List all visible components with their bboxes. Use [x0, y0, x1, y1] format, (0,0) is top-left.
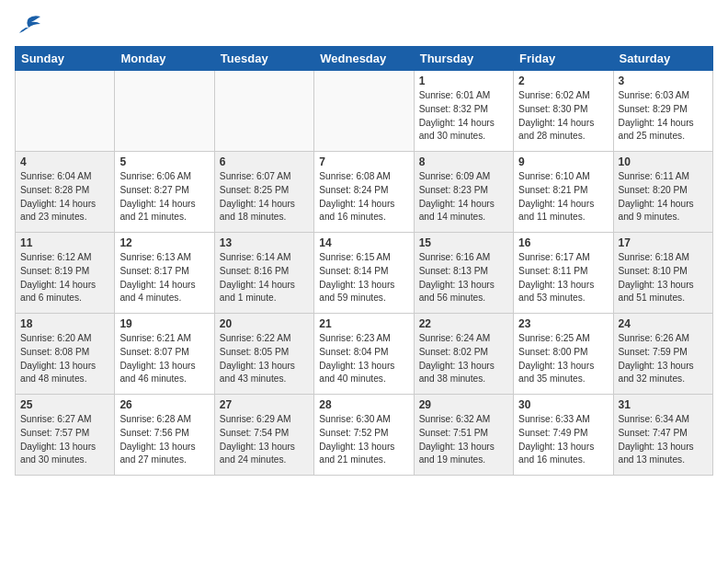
day-info: Sunrise: 6:21 AM Sunset: 8:07 PM Dayligh…	[119, 332, 209, 386]
calendar-cell: 21Sunrise: 6:23 AM Sunset: 8:04 PM Dayli…	[314, 314, 414, 395]
calendar-cell: 12Sunrise: 6:13 AM Sunset: 8:17 PM Dayli…	[115, 233, 214, 314]
day-info: Sunrise: 6:30 AM Sunset: 7:52 PM Dayligh…	[319, 413, 408, 467]
calendar-cell: 8Sunrise: 6:09 AM Sunset: 8:23 PM Daylig…	[414, 152, 513, 233]
day-number: 29	[419, 398, 508, 411]
calendar-cell: 24Sunrise: 6:26 AM Sunset: 7:59 PM Dayli…	[613, 314, 712, 395]
day-number: 14	[319, 236, 408, 249]
day-number: 2	[518, 75, 608, 87]
day-number: 31	[619, 398, 708, 411]
day-number: 30	[518, 398, 608, 411]
calendar-cell: 15Sunrise: 6:16 AM Sunset: 8:13 PM Dayli…	[414, 233, 513, 314]
day-info: Sunrise: 6:09 AM Sunset: 8:23 PM Dayligh…	[419, 170, 508, 224]
day-info: Sunrise: 6:34 AM Sunset: 7:47 PM Dayligh…	[619, 413, 708, 467]
calendar-cell: 14Sunrise: 6:15 AM Sunset: 8:14 PM Dayli…	[314, 233, 414, 314]
weekday-header: Saturday	[613, 47, 712, 71]
day-number: 23	[518, 317, 608, 330]
day-info: Sunrise: 6:16 AM Sunset: 8:13 PM Dayligh…	[419, 251, 508, 305]
day-number: 26	[119, 398, 209, 411]
day-info: Sunrise: 6:02 AM Sunset: 8:30 PM Dayligh…	[518, 89, 608, 144]
calendar-cell: 5Sunrise: 6:06 AM Sunset: 8:27 PM Daylig…	[115, 152, 214, 233]
day-number: 24	[619, 317, 708, 330]
calendar-cell: 18Sunrise: 6:20 AM Sunset: 8:08 PM Dayli…	[16, 314, 115, 395]
weekday-header: Friday	[514, 47, 613, 71]
day-number: 19	[119, 317, 209, 330]
calendar-cell: 23Sunrise: 6:25 AM Sunset: 8:00 PM Dayli…	[514, 314, 613, 395]
day-info: Sunrise: 6:14 AM Sunset: 8:16 PM Dayligh…	[220, 251, 309, 305]
calendar-cell	[16, 71, 115, 152]
calendar-cell: 25Sunrise: 6:27 AM Sunset: 7:57 PM Dayli…	[16, 395, 115, 476]
logo	[15, 15, 46, 37]
weekday-header: Thursday	[414, 47, 513, 71]
logo-icon	[15, 15, 42, 37]
day-number: 3	[619, 75, 708, 87]
day-number: 15	[419, 236, 508, 249]
day-number: 11	[20, 236, 109, 249]
calendar-cell: 27Sunrise: 6:29 AM Sunset: 7:54 PM Dayli…	[214, 395, 313, 476]
day-number: 21	[319, 317, 408, 330]
day-info: Sunrise: 6:08 AM Sunset: 8:24 PM Dayligh…	[319, 170, 408, 224]
day-info: Sunrise: 6:25 AM Sunset: 8:00 PM Dayligh…	[518, 332, 608, 386]
day-info: Sunrise: 6:17 AM Sunset: 8:11 PM Dayligh…	[518, 251, 608, 305]
day-info: Sunrise: 6:11 AM Sunset: 8:20 PM Dayligh…	[619, 170, 708, 224]
day-info: Sunrise: 6:03 AM Sunset: 8:29 PM Dayligh…	[619, 89, 708, 144]
day-number: 28	[319, 398, 408, 411]
calendar-cell: 20Sunrise: 6:22 AM Sunset: 8:05 PM Dayli…	[214, 314, 313, 395]
day-number: 20	[220, 317, 309, 330]
day-number: 16	[518, 236, 608, 249]
calendar-cell: 19Sunrise: 6:21 AM Sunset: 8:07 PM Dayli…	[115, 314, 214, 395]
calendar-cell: 6Sunrise: 6:07 AM Sunset: 8:25 PM Daylig…	[214, 152, 313, 233]
day-info: Sunrise: 6:15 AM Sunset: 8:14 PM Dayligh…	[319, 251, 408, 305]
day-info: Sunrise: 6:01 AM Sunset: 8:32 PM Dayligh…	[419, 89, 508, 144]
day-info: Sunrise: 6:28 AM Sunset: 7:56 PM Dayligh…	[119, 413, 209, 467]
calendar-cell: 26Sunrise: 6:28 AM Sunset: 7:56 PM Dayli…	[115, 395, 214, 476]
day-info: Sunrise: 6:18 AM Sunset: 8:10 PM Dayligh…	[619, 251, 708, 305]
day-number: 18	[20, 317, 109, 330]
day-number: 9	[518, 155, 608, 168]
day-number: 25	[20, 398, 109, 411]
calendar-cell	[214, 71, 313, 152]
day-number: 5	[119, 155, 209, 168]
calendar-cell: 17Sunrise: 6:18 AM Sunset: 8:10 PM Dayli…	[613, 233, 712, 314]
day-number: 1	[419, 75, 508, 87]
day-number: 8	[419, 155, 508, 168]
day-info: Sunrise: 6:22 AM Sunset: 8:05 PM Dayligh…	[220, 332, 309, 386]
calendar-cell: 9Sunrise: 6:10 AM Sunset: 8:21 PM Daylig…	[514, 152, 613, 233]
calendar-table: SundayMondayTuesdayWednesdayThursdayFrid…	[15, 46, 713, 476]
weekday-header: Sunday	[16, 47, 115, 71]
calendar-cell: 2Sunrise: 6:02 AM Sunset: 8:30 PM Daylig…	[514, 71, 613, 152]
weekday-header: Monday	[115, 47, 214, 71]
calendar-cell: 11Sunrise: 6:12 AM Sunset: 8:19 PM Dayli…	[16, 233, 115, 314]
day-number: 10	[619, 155, 708, 168]
day-info: Sunrise: 6:26 AM Sunset: 7:59 PM Dayligh…	[619, 332, 708, 386]
day-info: Sunrise: 6:29 AM Sunset: 7:54 PM Dayligh…	[220, 413, 309, 467]
calendar-cell: 7Sunrise: 6:08 AM Sunset: 8:24 PM Daylig…	[314, 152, 414, 233]
day-number: 27	[220, 398, 309, 411]
calendar-cell: 4Sunrise: 6:04 AM Sunset: 8:28 PM Daylig…	[16, 152, 115, 233]
day-info: Sunrise: 6:32 AM Sunset: 7:51 PM Dayligh…	[419, 413, 508, 467]
day-number: 7	[319, 155, 408, 168]
calendar-cell: 31Sunrise: 6:34 AM Sunset: 7:47 PM Dayli…	[613, 395, 712, 476]
calendar-cell: 28Sunrise: 6:30 AM Sunset: 7:52 PM Dayli…	[314, 395, 414, 476]
calendar-cell: 29Sunrise: 6:32 AM Sunset: 7:51 PM Dayli…	[414, 395, 513, 476]
day-info: Sunrise: 6:27 AM Sunset: 7:57 PM Dayligh…	[20, 413, 109, 467]
calendar-cell: 10Sunrise: 6:11 AM Sunset: 8:20 PM Dayli…	[613, 152, 712, 233]
day-info: Sunrise: 6:24 AM Sunset: 8:02 PM Dayligh…	[419, 332, 508, 386]
weekday-header: Tuesday	[214, 47, 313, 71]
day-number: 13	[220, 236, 309, 249]
day-info: Sunrise: 6:04 AM Sunset: 8:28 PM Dayligh…	[20, 170, 109, 224]
calendar-cell: 1Sunrise: 6:01 AM Sunset: 8:32 PM Daylig…	[414, 71, 513, 152]
day-info: Sunrise: 6:12 AM Sunset: 8:19 PM Dayligh…	[20, 251, 109, 305]
calendar-cell: 3Sunrise: 6:03 AM Sunset: 8:29 PM Daylig…	[613, 71, 712, 152]
day-number: 22	[419, 317, 508, 330]
calendar-cell: 30Sunrise: 6:33 AM Sunset: 7:49 PM Dayli…	[514, 395, 613, 476]
day-info: Sunrise: 6:10 AM Sunset: 8:21 PM Dayligh…	[518, 170, 608, 224]
day-info: Sunrise: 6:20 AM Sunset: 8:08 PM Dayligh…	[20, 332, 109, 386]
calendar-cell: 16Sunrise: 6:17 AM Sunset: 8:11 PM Dayli…	[514, 233, 613, 314]
calendar-cell: 13Sunrise: 6:14 AM Sunset: 8:16 PM Dayli…	[214, 233, 313, 314]
day-info: Sunrise: 6:07 AM Sunset: 8:25 PM Dayligh…	[220, 170, 309, 224]
weekday-header: Wednesday	[314, 47, 414, 71]
day-number: 12	[119, 236, 209, 249]
calendar-cell	[314, 71, 414, 152]
day-info: Sunrise: 6:33 AM Sunset: 7:49 PM Dayligh…	[518, 413, 608, 467]
day-info: Sunrise: 6:13 AM Sunset: 8:17 PM Dayligh…	[119, 251, 209, 305]
